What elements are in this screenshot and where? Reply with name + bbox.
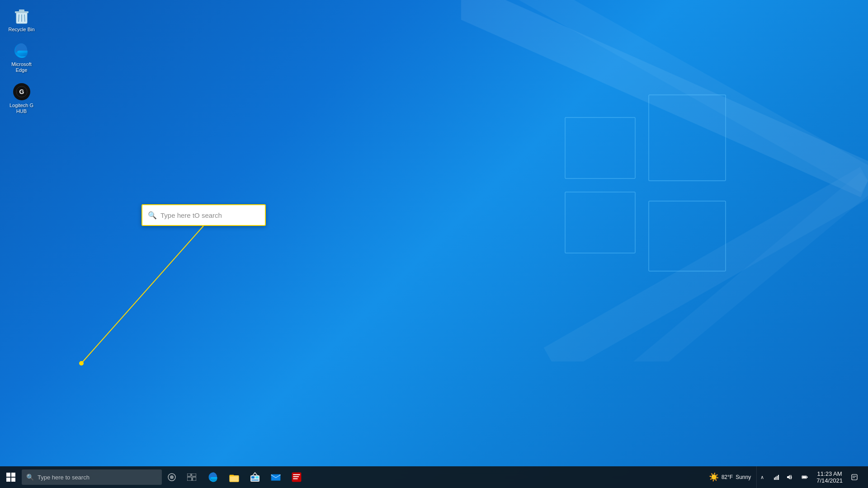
system-tray: ☀️ 82°F Sunny ∧ [703, 466, 868, 488]
taskbar-file-explorer[interactable] [224, 466, 244, 488]
clock-date: 7/14/2021 [816, 477, 843, 484]
svg-point-23 [170, 475, 174, 479]
weather-temp: 82°F [722, 474, 733, 480]
recycle-bin-icon[interactable]: Recycle Bin [5, 5, 38, 35]
search-popup-icon: 🔍 [148, 211, 157, 220]
svg-rect-34 [255, 476, 259, 479]
svg-rect-6 [565, 192, 635, 253]
svg-rect-31 [230, 477, 238, 481]
svg-rect-20 [6, 478, 10, 482]
windows-logo [552, 81, 732, 285]
recycle-bin-image [13, 7, 31, 25]
svg-line-11 [19, 14, 19, 22]
start-button[interactable] [0, 466, 22, 488]
recycle-bin-label: Recycle Bin [8, 27, 34, 33]
microsoft-edge-icon[interactable]: Microsoft Edge [5, 39, 38, 75]
taskbar-search-icon: 🔍 [26, 474, 34, 481]
taskbar-app6[interactable] [287, 466, 307, 488]
edge-label: Microsoft Edge [7, 61, 36, 73]
logitech-label: Logitech G HUB [7, 103, 36, 114]
search-popup-text: Type here tO search [160, 211, 222, 219]
battery-icon[interactable] [798, 466, 811, 488]
taskbar-edge[interactable] [203, 466, 223, 488]
desktop-icons-container: Recycle Bin [5, 5, 38, 117]
clock-area[interactable]: 11:23 AM 7/14/2021 [811, 466, 848, 488]
svg-line-13 [24, 14, 25, 22]
logitech-ghub-icon[interactable]: G Logitech G HUB [5, 80, 38, 117]
taskbar-search-placeholder: Type here to search [38, 474, 90, 481]
svg-rect-43 [775, 477, 776, 480]
svg-rect-7 [649, 201, 726, 271]
weather-condition: Sunny [736, 474, 751, 480]
taskbar: 🔍 Type here to search [0, 466, 868, 488]
svg-rect-44 [777, 476, 778, 480]
taskbar-apps [203, 466, 307, 488]
svg-rect-42 [774, 478, 775, 480]
svg-rect-5 [649, 95, 726, 181]
weather-sun-icon: ☀️ [709, 472, 719, 482]
volume-icon[interactable] [783, 466, 796, 488]
cortana-button[interactable] [162, 466, 182, 488]
svg-rect-21 [11, 478, 15, 482]
tray-icons-area [768, 466, 798, 488]
svg-rect-49 [852, 474, 857, 480]
weather-widget[interactable]: ☀️ 82°F Sunny [703, 466, 757, 488]
svg-rect-40 [293, 476, 299, 477]
svg-rect-37 [272, 475, 280, 480]
annotation-line [0, 0, 868, 488]
svg-rect-41 [293, 479, 297, 479]
search-popup[interactable]: 🔍 Type here tO search [142, 204, 266, 226]
svg-point-17 [79, 361, 84, 366]
logitech-image: G [13, 83, 31, 101]
svg-rect-25 [192, 474, 196, 476]
taskbar-search[interactable]: 🔍 Type here to search [22, 469, 162, 485]
clock-time: 11:23 AM [817, 470, 842, 477]
svg-rect-27 [193, 477, 196, 481]
svg-rect-18 [6, 473, 10, 477]
svg-rect-4 [565, 117, 635, 178]
task-view-button[interactable] [182, 466, 202, 488]
svg-text:G: G [19, 88, 24, 95]
svg-rect-45 [778, 475, 779, 480]
svg-rect-39 [293, 474, 300, 475]
tray-expand-button[interactable]: ∧ [757, 466, 768, 488]
taskbar-mail[interactable] [266, 466, 286, 488]
svg-rect-48 [802, 476, 806, 478]
action-center-icon[interactable] [848, 466, 861, 488]
svg-rect-47 [807, 477, 808, 478]
svg-rect-24 [187, 474, 191, 476]
svg-rect-26 [187, 477, 192, 481]
svg-line-16 [81, 226, 203, 363]
svg-rect-19 [11, 473, 15, 477]
network-icon[interactable] [770, 466, 783, 488]
svg-rect-35 [251, 479, 259, 481]
show-desktop-button[interactable] [861, 466, 864, 488]
taskbar-store[interactable] [245, 466, 265, 488]
svg-rect-10 [19, 9, 24, 12]
edge-image [13, 42, 31, 60]
svg-rect-33 [251, 476, 255, 479]
desktop: Recycle Bin [0, 0, 868, 488]
